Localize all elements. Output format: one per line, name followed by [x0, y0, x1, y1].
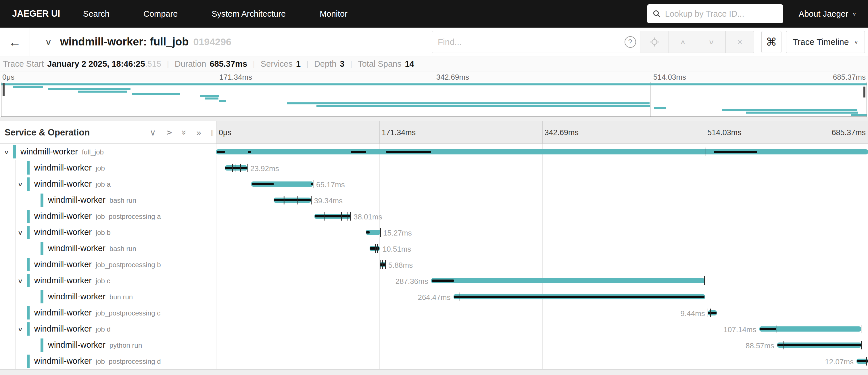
nav-item-system-architecture[interactable]: System Architecture: [212, 9, 286, 19]
span-name-cell[interactable]: windmill-workerjob_postprocessing a: [0, 208, 216, 224]
span-name-cell[interactable]: ∨windmill-workerjob b: [0, 224, 216, 240]
clear-find-button[interactable]: ×: [726, 31, 754, 53]
search-icon: [652, 9, 661, 18]
keyboard-shortcuts-button[interactable]: ⌘: [762, 31, 781, 53]
span-row[interactable]: ∨windmill-workerjob c287.36ms: [0, 272, 868, 289]
span-name-cell[interactable]: windmill-workerpython run: [0, 337, 216, 353]
span-name-cell[interactable]: windmill-workerbash run: [0, 192, 216, 208]
span-name-cell[interactable]: ∨windmill-workerjob a: [0, 176, 216, 192]
span-track[interactable]: 38.01ms: [216, 208, 868, 224]
service-name[interactable]: windmill-workerpython run: [48, 340, 142, 350]
span-name-cell[interactable]: ∨windmill-workerjob d: [0, 321, 216, 337]
span-track[interactable]: 88.57ms: [216, 337, 868, 353]
span-row[interactable]: windmill-workerjob_postprocessing d12.07…: [0, 353, 868, 369]
span-duration-label: 9.44ms: [681, 309, 705, 318]
trace-lookup-box[interactable]: [647, 4, 783, 23]
span-name-cell[interactable]: ∨windmill-workerjob c: [0, 272, 216, 289]
view-selector-button[interactable]: Trace Timeline ∨: [786, 31, 865, 53]
collapse-trace-detail-chevron-icon[interactable]: ∨: [45, 37, 52, 47]
back-button[interactable]: ←: [0, 28, 30, 56]
span-name-cell[interactable]: windmill-workerbun run: [0, 289, 216, 305]
column-resize-handle[interactable]: ‖: [211, 129, 214, 138]
service-name[interactable]: windmill-workerjob_postprocessing d: [34, 356, 161, 366]
span-row[interactable]: ∨windmill-workerjob d107.14ms: [0, 321, 868, 337]
indent-guide: [29, 192, 29, 208]
prev-result-button[interactable]: ∧: [669, 31, 697, 53]
span-track[interactable]: 65.17ms: [216, 176, 868, 192]
collapse-children-chevron-icon[interactable]: ∨: [18, 326, 23, 333]
find-help[interactable]: ?: [620, 36, 640, 48]
about-jaeger-menu[interactable]: About Jaeger ∨: [799, 9, 857, 19]
service-name[interactable]: windmill-workerjob a: [34, 179, 111, 189]
span-track[interactable]: 9.44ms: [216, 305, 868, 321]
nav-item-search[interactable]: Search: [83, 9, 110, 19]
service-name[interactable]: windmill-workerfull_job: [21, 147, 104, 156]
find-box[interactable]: ?: [432, 31, 640, 53]
nav-item-compare[interactable]: Compare: [144, 9, 178, 19]
collapse-one-icon[interactable]: ∨: [150, 128, 156, 137]
span-row[interactable]: windmill-workerjob23.92ms: [0, 160, 868, 176]
span-log-tick: [706, 147, 706, 156]
next-result-button[interactable]: ∨: [697, 31, 726, 53]
critical-path-segment: [454, 296, 705, 298]
span-track[interactable]: [216, 144, 868, 160]
collapse-children-chevron-icon[interactable]: ∨: [18, 229, 23, 236]
service-name[interactable]: windmill-workerjob: [34, 163, 105, 173]
collapse-all-icon[interactable]: »: [180, 130, 188, 135]
span-track[interactable]: 5.88ms: [216, 257, 868, 272]
expand-all-icon[interactable]: »: [196, 128, 201, 137]
span-duration-label: 88.57ms: [746, 341, 774, 350]
service-name[interactable]: windmill-workerjob_postprocessing a: [34, 211, 161, 221]
span-row[interactable]: ∨windmill-workerjob b15.27ms: [0, 224, 868, 240]
collapse-children-chevron-icon[interactable]: ∨: [18, 181, 23, 188]
span-bar[interactable]: [216, 149, 868, 154]
span-row[interactable]: windmill-workerbash run39.34ms: [0, 192, 868, 208]
expand-one-icon[interactable]: ∨: [165, 129, 173, 136]
span-row[interactable]: windmill-workerbash run10.51ms: [0, 240, 868, 257]
focus-span-button[interactable]: [640, 31, 669, 53]
span-track[interactable]: 23.92ms: [216, 160, 868, 176]
span-row[interactable]: ∨windmill-workerfull_job: [0, 144, 868, 160]
service-name[interactable]: windmill-workerbash run: [48, 195, 136, 205]
service-name[interactable]: windmill-workerjob_postprocessing b: [34, 260, 161, 269]
view-selector-label: Trace Timeline: [793, 37, 849, 47]
span-track[interactable]: 107.14ms: [216, 321, 868, 337]
service-name[interactable]: windmill-workerjob d: [34, 324, 111, 334]
collapse-children-chevron-icon[interactable]: ∨: [18, 278, 23, 285]
jaeger-logo[interactable]: JAEGER UI: [12, 9, 60, 19]
service-name[interactable]: windmill-workerbash run: [48, 243, 136, 253]
span-row[interactable]: windmill-workerjob_postprocessing a38.01…: [0, 208, 868, 224]
span-track[interactable]: 39.34ms: [216, 192, 868, 208]
span-name-cell[interactable]: windmill-workerbash run: [0, 240, 216, 257]
span-row[interactable]: windmill-workerpython run88.57ms: [0, 337, 868, 353]
span-track[interactable]: 287.36ms: [216, 272, 868, 289]
span-duration-label: 12.07ms: [825, 357, 854, 366]
span-track[interactable]: 15.27ms: [216, 224, 868, 240]
span-row[interactable]: windmill-workerjob_postprocessing b5.88m…: [0, 257, 868, 272]
nav-item-monitor[interactable]: Monitor: [320, 9, 347, 19]
service-name[interactable]: windmill-workerbun run: [48, 292, 133, 301]
trace-lookup-input[interactable]: [665, 9, 778, 19]
collapse-children-chevron-icon[interactable]: ∨: [4, 149, 9, 156]
section-gap: [0, 117, 868, 121]
span-name-cell[interactable]: windmill-workerjob: [0, 160, 216, 176]
minimap-span-bar: [722, 109, 858, 111]
span-name-cell[interactable]: ∨windmill-workerfull_job: [0, 144, 216, 160]
span-row[interactable]: windmill-workerbun run264.47ms: [0, 289, 868, 305]
minimap-scrubber-handle-left[interactable]: [3, 83, 5, 96]
span-name-cell[interactable]: windmill-workerjob_postprocessing b: [0, 257, 216, 272]
span-row[interactable]: windmill-workerjob_postprocessing c9.44m…: [0, 305, 868, 321]
minimap-canvas[interactable]: [1, 82, 867, 117]
find-input[interactable]: [432, 37, 620, 47]
span-name-cell[interactable]: windmill-workerjob_postprocessing c: [0, 305, 216, 321]
span-name-cell[interactable]: windmill-workerjob_postprocessing d: [0, 353, 216, 369]
span-track[interactable]: 264.47ms: [216, 289, 868, 305]
minimap-scrubber-handle-right[interactable]: [863, 87, 865, 97]
span-track[interactable]: 12.07ms: [216, 353, 868, 369]
span-row[interactable]: ∨windmill-workerjob a65.17ms: [0, 176, 868, 192]
span-track[interactable]: 10.51ms: [216, 240, 868, 257]
service-name[interactable]: windmill-workerjob c: [34, 276, 111, 285]
service-name[interactable]: windmill-workerjob b: [34, 228, 111, 237]
service-name[interactable]: windmill-workerjob_postprocessing c: [34, 308, 160, 317]
span-bar[interactable]: [431, 278, 705, 283]
